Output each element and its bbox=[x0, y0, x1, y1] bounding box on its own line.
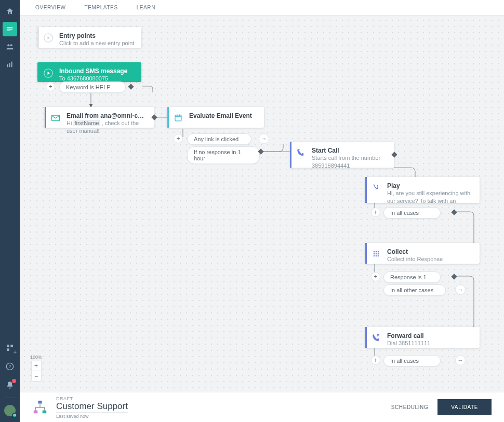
flow-status: DRAFT bbox=[56, 396, 128, 401]
add-branch-button[interactable]: + bbox=[46, 82, 55, 91]
svg-rect-4 bbox=[11, 62, 12, 67]
collect-sub: Collect into Response bbox=[387, 255, 473, 263]
start-call-node[interactable]: Start Call Starts call from the number 3… bbox=[290, 142, 394, 168]
zoom-in-button[interactable]: + bbox=[31, 361, 42, 371]
add-branch-button[interactable]: + bbox=[371, 272, 380, 281]
entry-sub: Click to add a new entry point bbox=[59, 39, 135, 47]
svg-point-17 bbox=[376, 253, 377, 255]
svg-rect-12 bbox=[175, 115, 181, 121]
svg-rect-22 bbox=[38, 400, 42, 403]
response-1-pill[interactable]: Response is 1 bbox=[383, 271, 441, 283]
svg-point-1 bbox=[10, 44, 12, 46]
keyword-pill[interactable]: Keyword is HELP bbox=[59, 81, 126, 93]
svg-rect-3 bbox=[9, 63, 10, 67]
svg-rect-5 bbox=[7, 345, 9, 347]
svg-point-18 bbox=[378, 253, 379, 255]
left-sidebar: + ? G bbox=[0, 0, 20, 422]
forward-sub: Dial 3851111111 bbox=[387, 339, 473, 347]
email-node[interactable]: Email from ana@omni-communic… Hi firstNa… bbox=[45, 107, 154, 128]
in-all-cases-pill-2[interactable]: In all cases bbox=[383, 355, 441, 366]
in-all-cases-pill[interactable]: In all cases bbox=[383, 207, 441, 219]
zoom-level: 100% bbox=[30, 355, 42, 360]
email-node-sub: Hi firstName , check out the user manual… bbox=[67, 119, 148, 135]
avatar[interactable]: G bbox=[3, 403, 17, 418]
add-branch-button[interactable]: + bbox=[371, 356, 380, 365]
start-call-title: Start Call bbox=[312, 147, 388, 154]
collect-node[interactable]: Collect Collect into Response bbox=[365, 243, 480, 264]
help-icon[interactable]: ? bbox=[3, 359, 17, 374]
evaluate-title: Evaluate Email Event bbox=[189, 112, 258, 119]
email-icon bbox=[50, 112, 61, 124]
forward-call-icon bbox=[370, 332, 382, 344]
no-response-pill[interactable]: If no response in 1 hour bbox=[187, 146, 260, 164]
top-tabs: OVERVIEW TEMPLATES LEARN bbox=[20, 0, 504, 16]
branch-arrow-button[interactable]: → bbox=[455, 355, 466, 365]
home-icon[interactable] bbox=[3, 4, 17, 19]
scheduling-button[interactable]: SCHEDULING bbox=[391, 404, 429, 410]
footer-bar: DRAFT Customer Support Last saved now SC… bbox=[20, 392, 504, 422]
apps-icon[interactable]: + bbox=[3, 341, 17, 355]
tab-learn[interactable]: LEARN bbox=[137, 5, 155, 10]
call-icon bbox=[295, 147, 307, 158]
play-icon bbox=[43, 32, 54, 44]
keypad-icon bbox=[370, 248, 382, 260]
notification-dot bbox=[12, 379, 16, 383]
svg-point-14 bbox=[376, 251, 377, 253]
any-link-pill[interactable]: Any link is clicked bbox=[187, 133, 251, 145]
tab-templates[interactable]: TEMPLATES bbox=[85, 5, 118, 10]
entry-title: Entry points bbox=[59, 32, 135, 39]
flow-name-input[interactable]: Customer Support bbox=[56, 401, 128, 413]
svg-point-21 bbox=[378, 255, 379, 257]
flow-icon[interactable] bbox=[3, 22, 17, 36]
entry-points-node[interactable]: Entry points Click to add a new entry po… bbox=[37, 27, 141, 48]
speaker-icon bbox=[370, 182, 382, 194]
start-call-sub1: Starts call from the number bbox=[312, 154, 388, 162]
zoom-out-button[interactable]: − bbox=[31, 371, 42, 382]
flow-canvas[interactable]: Entry points Click to add a new entry po… bbox=[20, 16, 504, 392]
validate-button[interactable]: VALIDATE bbox=[437, 399, 492, 415]
notifications-icon[interactable] bbox=[3, 378, 17, 392]
svg-point-15 bbox=[378, 251, 379, 253]
add-branch-button[interactable]: + bbox=[371, 208, 380, 217]
svg-rect-7 bbox=[7, 348, 9, 351]
branch-arrow-button[interactable]: → bbox=[259, 133, 269, 144]
svg-point-16 bbox=[374, 253, 375, 255]
forward-title: Forward call bbox=[387, 332, 473, 339]
svg-rect-2 bbox=[7, 64, 8, 67]
svg-point-19 bbox=[374, 255, 375, 257]
flow-structure-icon bbox=[32, 400, 48, 415]
collect-title: Collect bbox=[387, 248, 473, 255]
svg-rect-24 bbox=[43, 410, 47, 413]
play-title: Play bbox=[387, 182, 473, 189]
svg-rect-23 bbox=[34, 410, 38, 413]
analytics-icon[interactable] bbox=[3, 57, 17, 72]
inbound-sms-node[interactable]: Inbound SMS message To 4367680080075 bbox=[37, 62, 141, 82]
tab-overview[interactable]: OVERVIEW bbox=[35, 5, 66, 10]
play-icon bbox=[43, 67, 54, 79]
calendar-icon bbox=[173, 112, 184, 124]
svg-point-20 bbox=[376, 255, 377, 257]
main-area: OVERVIEW TEMPLATES LEARN bbox=[20, 0, 504, 422]
plus-icon: + bbox=[14, 349, 17, 355]
evaluate-email-node[interactable]: Evaluate Email Event bbox=[167, 107, 264, 128]
inbound-sms-title: Inbound SMS message bbox=[59, 67, 135, 75]
start-call-sub2: 385918894441 bbox=[312, 162, 388, 170]
svg-rect-6 bbox=[10, 345, 13, 347]
other-cases-pill[interactable]: In all other cases bbox=[383, 284, 446, 296]
add-branch-button[interactable]: + bbox=[174, 134, 183, 143]
svg-text:?: ? bbox=[9, 364, 11, 369]
email-node-title: Email from ana@omni-communic… bbox=[67, 112, 148, 119]
svg-point-13 bbox=[374, 251, 375, 253]
forward-call-node[interactable]: Forward call Dial 3851111111 bbox=[365, 327, 480, 348]
flow-saved-label: Last saved now bbox=[56, 414, 128, 419]
people-icon[interactable] bbox=[3, 39, 17, 54]
svg-point-0 bbox=[7, 44, 9, 46]
branch-arrow-button[interactable]: → bbox=[455, 284, 466, 295]
zoom-control: 100% + − bbox=[30, 355, 42, 382]
play-node[interactable]: Play Hi, are you still experiencing with… bbox=[365, 177, 480, 203]
